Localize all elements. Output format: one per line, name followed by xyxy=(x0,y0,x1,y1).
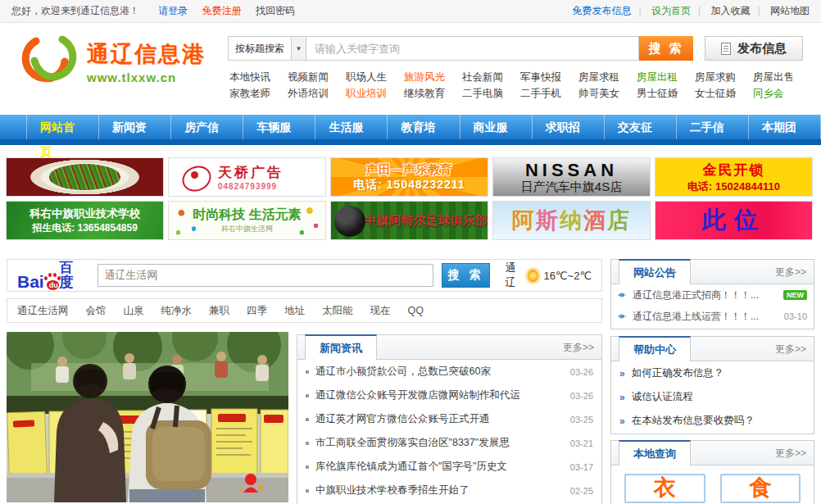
ad-title: 时尚科技 生活元素 xyxy=(193,207,301,224)
nav-item[interactable]: 生活服务 xyxy=(315,115,388,139)
publish-info-button[interactable]: 发布信息 xyxy=(705,36,803,61)
nav-item[interactable]: 商业服务 xyxy=(460,115,533,139)
help-item[interactable]: »诚信认证流程 xyxy=(611,385,814,409)
notice-list: 通辽信息港正式招商！！！...NEW通辽信息港上线运营！！！...03-10 xyxy=(611,284,814,327)
notice-item[interactable]: 通辽信息港上线运营！！！...03-10 xyxy=(611,306,814,327)
notice-more-link[interactable]: 更多>> xyxy=(775,260,806,284)
search-input[interactable] xyxy=(306,36,639,61)
ad-banner-shishang[interactable]: 时尚科技 生活元素科右中旗生活网 xyxy=(168,201,326,240)
quick-link[interactable]: 军事快报 xyxy=(520,69,578,85)
baidu-search-input[interactable] xyxy=(98,264,433,287)
keyword-link[interactable]: QQ xyxy=(408,305,424,316)
help-item[interactable]: »在本站发布信息要收费吗？ xyxy=(611,409,814,433)
news-item-title: 市工商联全面贯彻落实自治区"8337"发展思 xyxy=(315,436,564,450)
ad-title: 科右中旗职业技术学校 xyxy=(29,207,140,221)
news-item[interactable]: 通辽英才网官方微信公众账号正式开通03-25 xyxy=(297,407,601,431)
keyword-link[interactable]: 通辽生活网 xyxy=(17,304,69,318)
site-logo[interactable]: 通辽信息港 www.tlxxw.cn xyxy=(20,34,206,89)
ad-banner-school[interactable]: 科右中旗职业技术学校招生电话: 13654854859 xyxy=(6,201,164,240)
ad-phone: 招生电话: 13654854859 xyxy=(32,221,138,235)
help-more-link[interactable]: 更多>> xyxy=(775,337,806,361)
nav-item[interactable]: 教育培训 xyxy=(388,115,460,139)
login-link[interactable]: 请登录 xyxy=(158,5,188,16)
nav-item[interactable]: 交友征婚 xyxy=(605,115,677,139)
news-item[interactable]: 库伦旗库伦镇成为通辽首个"国字号"历史文03-17 xyxy=(297,455,601,479)
notice-item[interactable]: 通辽信息港正式招商！！！...NEW xyxy=(611,284,814,306)
quick-link[interactable]: 职业培训 xyxy=(346,85,404,102)
news-tab[interactable]: 新闻资讯 xyxy=(305,334,377,360)
find-password-link[interactable]: 找回密码 xyxy=(256,5,295,16)
quick-link[interactable]: 旅游风光 xyxy=(404,69,462,85)
quick-link[interactable]: 同乡会 xyxy=(753,85,811,102)
news-more-link[interactable]: 更多>> xyxy=(563,335,594,360)
search-scope-select[interactable]: 按标题搜索 ▼ xyxy=(228,36,306,61)
quick-link[interactable]: 视频新闻 xyxy=(288,69,346,85)
local-query-tab[interactable]: 本地查询 xyxy=(619,440,691,465)
keyword-link[interactable]: 纯净水 xyxy=(161,304,193,318)
community-photo-banner[interactable] xyxy=(7,332,288,502)
notice-tab[interactable]: 网站公告 xyxy=(619,259,691,284)
local-query-header: 本地查询 更多>> xyxy=(611,441,814,465)
ad-banner-hotel[interactable]: 阿斯纳酒店 xyxy=(492,201,651,240)
local-query-item[interactable]: 衣 xyxy=(624,474,705,503)
set-homepage-link[interactable]: 设为首页 xyxy=(651,5,691,16)
quick-link[interactable]: 房屋出租 xyxy=(637,69,695,85)
ad-banner-food[interactable] xyxy=(6,157,164,197)
quick-link[interactable]: 房屋出售 xyxy=(753,69,811,85)
ad-banner-jinmin[interactable]: 金民开锁电话: 15024844110 xyxy=(655,157,813,197)
news-box: 新闻资讯 更多>> 通辽市小额贷款公司，总数已突破60家03-26通辽微信公众账… xyxy=(297,334,602,504)
keyword-link[interactable]: 山泉 xyxy=(124,304,144,318)
news-item[interactable]: 通辽微信公众账号开发微店微网站制作和代运03-26 xyxy=(297,384,601,407)
ad-subtitle: 科右中旗生活网 xyxy=(221,224,273,234)
nav-item[interactable]: 网站首页 xyxy=(26,115,99,139)
add-favorite-link[interactable]: 加入收藏 xyxy=(711,5,751,16)
nav-item[interactable]: 车辆服务 xyxy=(243,115,315,139)
quick-link[interactable]: 继续教育 xyxy=(404,85,462,102)
register-link[interactable]: 免费注册 xyxy=(202,5,242,16)
quick-link[interactable]: 家教老师 xyxy=(229,85,288,102)
ad-banner-nissan[interactable]: NISSAN日产汽车中旗4S店 xyxy=(492,157,651,197)
news-item[interactable]: 通辽市小额贷款公司，总数已突破60家03-26 xyxy=(297,360,601,384)
keyword-link[interactable]: 太阳能 xyxy=(322,304,353,318)
help-item[interactable]: »如何正确发布信息？ xyxy=(611,361,814,385)
ad-banner-football[interactable]: 中旗阿特尔足球俱乐部 xyxy=(330,201,488,240)
local-query-box: 本地查询 更多>> 衣食住行 xyxy=(610,440,814,504)
keyword-link[interactable]: 现在 xyxy=(370,304,391,318)
publish-info-link[interactable]: 免费发布信息 xyxy=(573,5,632,16)
nav-item[interactable]: 本期团购 xyxy=(749,115,821,139)
news-item-date: 03-25 xyxy=(570,415,593,425)
quick-link[interactable]: 房屋求租 xyxy=(578,69,637,85)
quick-link[interactable]: 女士征婚 xyxy=(695,85,753,102)
ad-banner-ciwei[interactable]: 此位 xyxy=(655,201,813,240)
quick-link[interactable]: 本地快讯 xyxy=(229,69,288,85)
help-tab[interactable]: 帮助中心 xyxy=(619,336,691,361)
sitemap-link[interactable]: 网站地图 xyxy=(770,5,810,16)
keyword-link[interactable]: 四季 xyxy=(247,304,267,318)
quick-link[interactable]: 男士征婚 xyxy=(637,85,695,102)
keyword-link[interactable]: 会馆 xyxy=(86,304,107,318)
news-item-date: 03-26 xyxy=(570,367,593,377)
news-item[interactable]: 市工商联全面贯彻落实自治区"8337"发展思03-21 xyxy=(297,431,601,455)
quick-link[interactable]: 二手手机 xyxy=(520,85,578,102)
nav-item[interactable]: 新闻资讯 xyxy=(99,115,171,139)
news-item[interactable]: 中旗职业技术学校春季招生开始了02-25 xyxy=(297,479,601,502)
quick-link[interactable]: 社会新闻 xyxy=(462,69,520,85)
nav-item[interactable]: 房产信息 xyxy=(171,115,243,139)
ad-banner-tianqiao[interactable]: 天桥广告04824793999 xyxy=(168,157,326,197)
local-query-item[interactable]: 食 xyxy=(720,474,801,503)
local-query-more-link[interactable]: 更多>> xyxy=(775,441,806,465)
keyword-link[interactable]: 兼职 xyxy=(209,304,229,318)
quick-link[interactable]: 职场人生 xyxy=(346,69,404,85)
keyword-link[interactable]: 地址 xyxy=(284,304,305,318)
quick-link[interactable]: 帅哥美女 xyxy=(578,85,637,102)
nav-item[interactable]: 求职招聘 xyxy=(533,115,605,139)
ad-banner-shengtian[interactable]: 声田—声乐教育电话: 15048232211 xyxy=(330,157,488,197)
news-item-date: 03-26 xyxy=(570,391,593,401)
quick-link[interactable]: 外语培训 xyxy=(288,85,346,102)
quick-link[interactable]: 二手电脑 xyxy=(462,85,520,102)
help-item-title: 如何正确发布信息？ xyxy=(632,366,724,380)
nav-item[interactable]: 二手信息 xyxy=(677,115,749,139)
quick-link[interactable]: 房屋求购 xyxy=(695,69,753,85)
search-button[interactable]: 搜 索 xyxy=(639,36,693,61)
baidu-search-button[interactable]: 搜 索 xyxy=(442,263,491,288)
